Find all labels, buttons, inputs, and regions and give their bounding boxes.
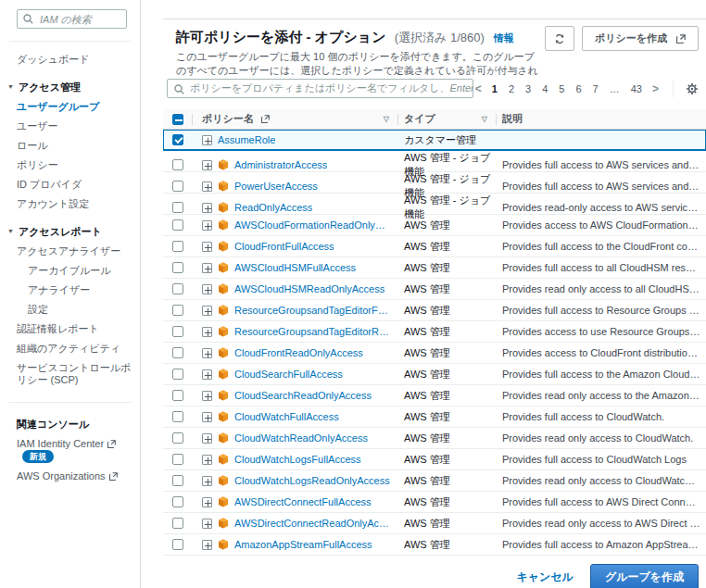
- row-checkbox[interactable]: [172, 539, 183, 550]
- row-checkbox[interactable]: [172, 305, 183, 316]
- page-number[interactable]: 5: [556, 81, 567, 96]
- expand-icon[interactable]: [202, 348, 212, 358]
- policy-name-link[interactable]: AWSCloudHSMFullAccess: [234, 262, 356, 273]
- next-page-icon[interactable]: >: [650, 82, 661, 95]
- sidebar-item[interactable]: サービスコントロールポリシー (SCP): [0, 358, 140, 390]
- policy-name-link[interactable]: CloudWatchFullAccess: [234, 411, 339, 422]
- settings-button[interactable]: [686, 82, 699, 95]
- policy-name-link[interactable]: CloudWatchReadOnlyAccess: [234, 432, 368, 444]
- expand-icon[interactable]: [202, 135, 212, 145]
- sidebar-item[interactable]: 認証情報レポート: [0, 319, 140, 339]
- policy-name-link[interactable]: CloudSearchFullAccess: [234, 369, 343, 380]
- expand-icon[interactable]: [202, 284, 212, 294]
- sidebar-item[interactable]: ▼アクセスレポート: [0, 221, 140, 242]
- expand-icon[interactable]: [202, 160, 212, 170]
- page-number[interactable]: 6: [573, 81, 584, 96]
- sidebar-item[interactable]: ロール: [0, 136, 140, 156]
- sidebar-item[interactable]: ユーザーグループ: [0, 97, 140, 117]
- sort-icon[interactable]: ▽: [482, 115, 487, 123]
- row-checkbox[interactable]: [172, 202, 183, 213]
- cancel-button[interactable]: キャンセル: [516, 569, 573, 585]
- expand-icon[interactable]: [202, 203, 212, 213]
- sidebar-item[interactable]: ダッシュボード: [0, 50, 140, 69]
- sidebar-item[interactable]: アクセスアナライザー: [0, 242, 140, 261]
- row-checkbox[interactable]: [172, 134, 183, 145]
- expand-icon[interactable]: [202, 455, 212, 465]
- policy-filter-input[interactable]: ポリシーをプロパティまたはポリシー名でフィルタし、Enter キーを押します。: [167, 79, 473, 98]
- row-checkbox[interactable]: [172, 518, 183, 529]
- page-number[interactable]: 7: [590, 81, 601, 96]
- prev-page-icon[interactable]: <: [473, 82, 484, 95]
- sidebar-item[interactable]: 組織のアクティビティ: [0, 339, 140, 358]
- row-checkbox[interactable]: [172, 454, 183, 465]
- policy-name-link[interactable]: CloudWatchLogsReadOnlyAccess: [234, 475, 390, 486]
- create-policy-button[interactable]: ポリシーを作成: [582, 26, 699, 51]
- sidebar-item[interactable]: AWS Organizations: [0, 467, 140, 486]
- policy-name-link[interactable]: ResourceGroupsandTagEditorFullAccess: [234, 305, 391, 316]
- refresh-button[interactable]: [545, 26, 574, 51]
- row-checkbox[interactable]: [172, 475, 183, 486]
- row-checkbox[interactable]: [172, 347, 183, 358]
- aws-managed-policy-icon: [218, 326, 229, 337]
- row-checkbox[interactable]: [172, 326, 183, 337]
- policy-name-link[interactable]: CloudFrontFullAccess: [234, 241, 334, 252]
- row-checkbox[interactable]: [172, 283, 183, 294]
- policy-name-link[interactable]: AWSDirectConnectFullAccess: [234, 496, 372, 507]
- sidebar-item[interactable]: ▼アクセス管理: [0, 77, 140, 97]
- row-checkbox[interactable]: [172, 390, 183, 401]
- expand-icon[interactable]: [202, 540, 212, 550]
- sidebar-item[interactable]: 設定: [0, 300, 140, 319]
- row-checkbox[interactable]: [172, 219, 183, 231]
- policy-name-link[interactable]: ResourceGroupsandTagEditorReadOnlyAcc...: [234, 326, 391, 337]
- info-link[interactable]: 情報: [494, 32, 514, 44]
- select-all-checkbox[interactable]: [172, 114, 183, 125]
- row-checkbox[interactable]: [172, 369, 183, 380]
- page-number[interactable]: 4: [539, 81, 550, 96]
- sidebar-item[interactable]: ID プロバイダ: [0, 175, 140, 194]
- row-checkbox[interactable]: [172, 181, 183, 192]
- policy-name-link[interactable]: AWSCloudFormationReadOnlyAccess: [234, 219, 391, 231]
- policy-name-link[interactable]: CloudSearchReadOnlyAccess: [234, 390, 372, 401]
- sidebar-item[interactable]: アナライザー: [0, 281, 140, 300]
- expand-icon[interactable]: [202, 519, 212, 529]
- expand-icon[interactable]: [202, 476, 212, 486]
- sidebar-item[interactable]: ユーザー: [0, 117, 140, 136]
- expand-icon[interactable]: [202, 306, 212, 316]
- row-checkbox[interactable]: [172, 262, 183, 273]
- policy-name-link[interactable]: AssumeRole: [218, 134, 275, 145]
- policy-name-link[interactable]: AmazonAppStreamFullAccess: [234, 539, 372, 550]
- sort-icon[interactable]: ▽: [384, 115, 389, 123]
- policy-name-link[interactable]: AdministratorAccess: [234, 159, 327, 170]
- expand-icon[interactable]: [202, 327, 212, 337]
- expand-icon[interactable]: [202, 181, 212, 192]
- row-checkbox[interactable]: [172, 411, 183, 422]
- row-checkbox[interactable]: [172, 496, 183, 507]
- expand-icon[interactable]: [202, 497, 212, 507]
- expand-icon[interactable]: [202, 412, 212, 422]
- policy-name-link[interactable]: AWSDirectConnectReadOnlyAccess: [234, 518, 391, 529]
- row-checkbox[interactable]: [172, 159, 183, 170]
- policy-name-link[interactable]: CloudFrontReadOnlyAccess: [234, 347, 363, 358]
- policy-name-link[interactable]: ReadOnlyAccess: [234, 202, 312, 213]
- sidebar-item[interactable]: ポリシー: [0, 156, 140, 175]
- expand-icon[interactable]: [202, 391, 212, 401]
- gear-icon: [686, 82, 699, 95]
- sidebar-item[interactable]: IAM Identity Center新規: [0, 434, 140, 467]
- expand-icon[interactable]: [202, 220, 212, 231]
- policy-name-link[interactable]: CloudWatchLogsFullAccess: [234, 454, 361, 465]
- expand-icon[interactable]: [202, 242, 212, 252]
- row-checkbox[interactable]: [172, 432, 183, 444]
- page-number[interactable]: 43: [628, 81, 645, 96]
- expand-icon[interactable]: [202, 369, 212, 380]
- policy-name-link[interactable]: AWSCloudHSMReadOnlyAccess: [234, 283, 385, 294]
- sidebar-item[interactable]: アーカイブルール: [0, 261, 140, 281]
- create-group-button[interactable]: グループを作成: [590, 564, 699, 588]
- page-number[interactable]: 3: [523, 81, 534, 96]
- expand-icon[interactable]: [202, 263, 212, 273]
- page-number[interactable]: 1: [489, 81, 500, 96]
- policy-name-link[interactable]: PowerUserAccess: [234, 181, 318, 192]
- row-checkbox[interactable]: [172, 241, 183, 252]
- sidebar-item[interactable]: アカウント設定: [0, 194, 140, 214]
- page-number[interactable]: 2: [506, 81, 517, 96]
- expand-icon[interactable]: [202, 433, 212, 444]
